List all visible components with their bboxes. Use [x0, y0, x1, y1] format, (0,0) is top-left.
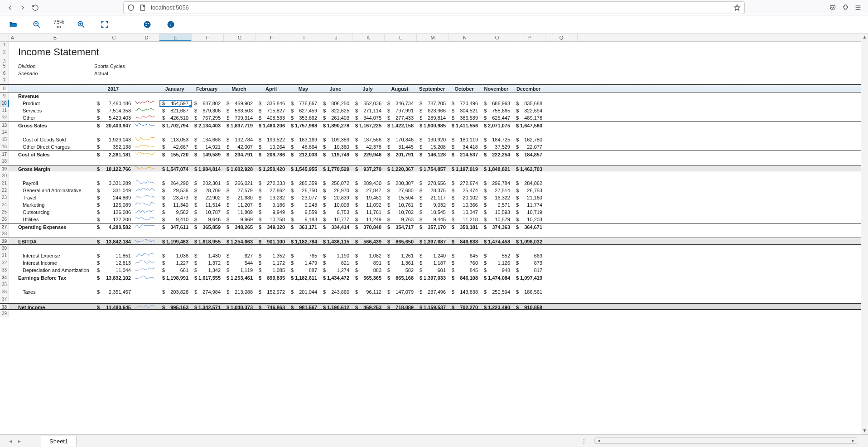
scenario-label[interactable]: Scenario: [16, 70, 94, 77]
cell[interactable]: $1,085: [256, 267, 288, 274]
cell[interactable]: $26,970: [320, 187, 352, 194]
cell[interactable]: $272,333: [256, 180, 288, 187]
cell[interactable]: $289,430: [352, 180, 385, 187]
cell[interactable]: $1,757,988: [288, 122, 320, 129]
horizontal-scrollbar[interactable]: ◂▸: [594, 437, 857, 444]
cell[interactable]: $1,274: [320, 267, 352, 274]
pocket-icon[interactable]: [826, 1, 839, 14]
cell[interactable]: $282,301: [192, 180, 224, 187]
cell[interactable]: $454,597: [159, 100, 192, 107]
cell[interactable]: $134,668: [192, 136, 224, 143]
cell[interactable]: $1,460,206: [256, 122, 288, 129]
cell[interactable]: $10,593: [481, 209, 513, 216]
open-file-button[interactable]: [6, 20, 20, 29]
cell[interactable]: $948: [481, 267, 513, 274]
cell[interactable]: $344,075: [352, 114, 385, 121]
row-label[interactable]: Cost of Sales: [16, 151, 94, 158]
cell[interactable]: $163,169: [288, 136, 320, 143]
cell[interactable]: $28,709: [192, 187, 224, 194]
cell[interactable]: [134, 224, 159, 230]
cell[interactable]: $348,265: [224, 224, 256, 230]
cell[interactable]: $28,375: [417, 187, 449, 194]
cell[interactable]: $21,160: [513, 194, 545, 201]
cell[interactable]: $192,784: [224, 136, 256, 143]
cell[interactable]: $278,656: [417, 180, 449, 187]
cell[interactable]: $1,097,419: [513, 274, 545, 281]
row-label[interactable]: Taxes: [16, 288, 94, 296]
cell[interactable]: $119,749: [320, 151, 352, 158]
cell[interactable]: $1,342,571: [192, 304, 224, 309]
cell[interactable]: $1,545,955: [288, 165, 320, 172]
month-header[interactable]: July: [352, 85, 385, 92]
row-header[interactable]: 30: [0, 245, 9, 252]
cell[interactable]: $42,667: [159, 143, 192, 151]
row-label[interactable]: Payroll: [16, 180, 94, 187]
cell[interactable]: $1,040,373: [224, 304, 256, 309]
cell[interactable]: $364,671: [513, 224, 545, 230]
cell[interactable]: $184,857: [513, 151, 545, 158]
cell[interactable]: $334,414: [320, 224, 352, 230]
cell[interactable]: $1,167,225: [352, 122, 385, 129]
cell[interactable]: [134, 122, 159, 129]
cell[interactable]: $10,579: [481, 216, 513, 223]
cell[interactable]: $322,694: [513, 107, 545, 114]
cell[interactable]: $1,929,043: [94, 136, 134, 143]
cell[interactable]: $352,138: [94, 143, 134, 151]
cell[interactable]: $11,207: [224, 201, 256, 209]
cell[interactable]: $865,650: [385, 238, 417, 244]
cell[interactable]: $1,352: [256, 252, 288, 259]
cell[interactable]: $10,366: [449, 201, 481, 209]
cell[interactable]: $1,261: [385, 252, 417, 259]
tab-nav-prev[interactable]: ◂: [9, 438, 18, 444]
cell[interactable]: $349,320: [256, 224, 288, 230]
cell[interactable]: $31,445: [385, 143, 417, 151]
sheet-tab[interactable]: Sheet1: [41, 436, 77, 447]
cell[interactable]: $122,200: [94, 216, 134, 223]
cell[interactable]: $767,295: [192, 114, 224, 121]
col-header[interactable]: G: [224, 34, 256, 41]
cell[interactable]: $9,949: [256, 209, 288, 216]
cell[interactable]: $566,439: [352, 238, 385, 244]
cell[interactable]: $266,021: [224, 180, 256, 187]
cell[interactable]: $277,433: [385, 114, 417, 121]
cell[interactable]: $823,966: [417, 107, 449, 114]
cell[interactable]: $261,403: [320, 114, 352, 121]
cell[interactable]: $13,832,102: [94, 274, 134, 281]
row-label[interactable]: Other Direct Charges: [16, 143, 94, 151]
cell[interactable]: $1,618,955: [192, 238, 224, 244]
cell[interactable]: $1,837,719: [224, 122, 256, 129]
cell[interactable]: $9,969: [224, 216, 256, 223]
cell[interactable]: [134, 100, 159, 107]
cell[interactable]: [134, 194, 159, 201]
cell[interactable]: $25,474: [449, 187, 481, 194]
cell[interactable]: [134, 288, 159, 296]
cell[interactable]: $1,126: [481, 259, 513, 267]
cell[interactable]: [134, 180, 159, 187]
cell[interactable]: $11,044: [94, 267, 134, 274]
cell[interactable]: [134, 107, 159, 114]
cell[interactable]: $10,203: [513, 216, 545, 223]
cell[interactable]: $469,253: [352, 304, 385, 309]
col-header[interactable]: O: [481, 34, 513, 41]
row-header[interactable]: 16: [0, 143, 9, 151]
row-header[interactable]: 31: [0, 252, 9, 259]
cell[interactable]: $346,734: [385, 100, 417, 107]
cell[interactable]: [134, 216, 159, 223]
cell[interactable]: [134, 151, 159, 158]
cell[interactable]: $1,430: [192, 252, 224, 259]
row-label[interactable]: Cost of Goods Sold: [16, 136, 94, 143]
cell[interactable]: $910,858: [513, 304, 545, 309]
cell[interactable]: $11,480,645: [94, 304, 134, 309]
cell[interactable]: $873: [513, 259, 545, 267]
row-header[interactable]: 21: [0, 180, 9, 187]
cell[interactable]: $244,869: [94, 194, 134, 201]
cell[interactable]: $271,114: [352, 107, 385, 114]
cell[interactable]: $187,568: [352, 136, 385, 143]
cell[interactable]: $155,720: [159, 151, 192, 158]
month-header[interactable]: February: [192, 85, 224, 92]
row-header[interactable]: 7: [0, 77, 9, 84]
cell[interactable]: $552,036: [352, 100, 385, 107]
cell[interactable]: $11,809: [224, 209, 256, 216]
cell[interactable]: $9,646: [192, 216, 224, 223]
cell[interactable]: $821: [320, 259, 352, 267]
